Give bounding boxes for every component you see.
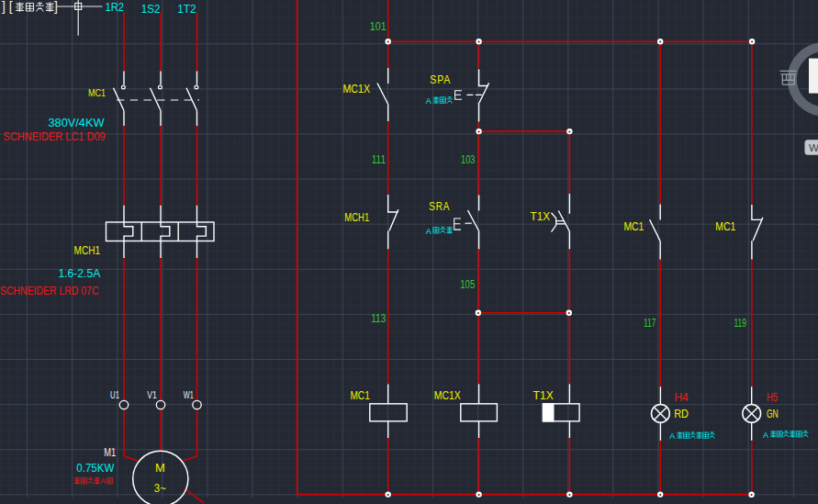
svg-text:MCH1: MCH1 — [344, 210, 369, 224]
svg-text:M1: M1 — [104, 446, 116, 459]
svg-text:H5: H5 — [767, 390, 778, 404]
svg-text:SPA: SPA — [430, 73, 451, 86]
svg-text:T1X: T1X — [533, 388, 555, 402]
svg-text:111: 111 — [372, 153, 386, 166]
svg-text:MCH1: MCH1 — [74, 243, 101, 257]
svg-text:117: 117 — [644, 317, 656, 330]
svg-text:SRA: SRA — [429, 199, 450, 213]
svg-text:A: A — [426, 96, 431, 106]
svg-text:A: A — [669, 431, 675, 441]
svg-text:A: A — [101, 476, 106, 486]
svg-text:119: 119 — [734, 317, 746, 330]
svg-text:MC1X: MC1X — [434, 388, 461, 402]
svg-text:A: A — [426, 227, 431, 236]
svg-text:MC1: MC1 — [88, 87, 106, 98]
svg-text:]: ] — [54, 0, 58, 14]
svg-text:103: 103 — [461, 153, 475, 166]
svg-text:1.6-2.5A: 1.6-2.5A — [58, 266, 100, 280]
svg-text:SCHNEIDER LC1 D09: SCHNEIDER LC1 D09 — [4, 130, 106, 143]
svg-text:SCHNEIDER LRD 07C: SCHNEIDER LRD 07C — [0, 285, 99, 297]
svg-text:V1: V1 — [147, 389, 157, 400]
svg-text:3~: 3~ — [154, 481, 166, 495]
svg-text:T1X: T1X — [531, 209, 551, 223]
svg-text:101: 101 — [370, 20, 387, 33]
svg-text:380V/4KW: 380V/4KW — [49, 117, 105, 129]
svg-text:A: A — [763, 431, 768, 440]
svg-text:H4: H4 — [674, 390, 688, 404]
svg-text:U1: U1 — [110, 389, 119, 400]
svg-text:MC1X: MC1X — [342, 82, 370, 95]
svg-text:] [: ] [ — [2, 0, 13, 14]
svg-text:0.75KW: 0.75KW — [76, 462, 114, 475]
svg-text:113: 113 — [371, 312, 386, 325]
svg-text:RD: RD — [674, 407, 689, 420]
svg-text:GN: GN — [767, 407, 779, 420]
svg-text:MC1: MC1 — [715, 219, 735, 233]
svg-text:105: 105 — [460, 278, 475, 291]
svg-text:MC1: MC1 — [350, 388, 369, 402]
svg-text:1R2: 1R2 — [106, 0, 125, 14]
svg-text:MC1: MC1 — [623, 219, 644, 233]
svg-text:W1: W1 — [184, 389, 194, 400]
svg-text:1S2: 1S2 — [141, 2, 161, 16]
svg-text:1T2: 1T2 — [177, 2, 196, 16]
svg-text:W: W — [809, 142, 818, 153]
svg-text:M: M — [155, 461, 165, 475]
